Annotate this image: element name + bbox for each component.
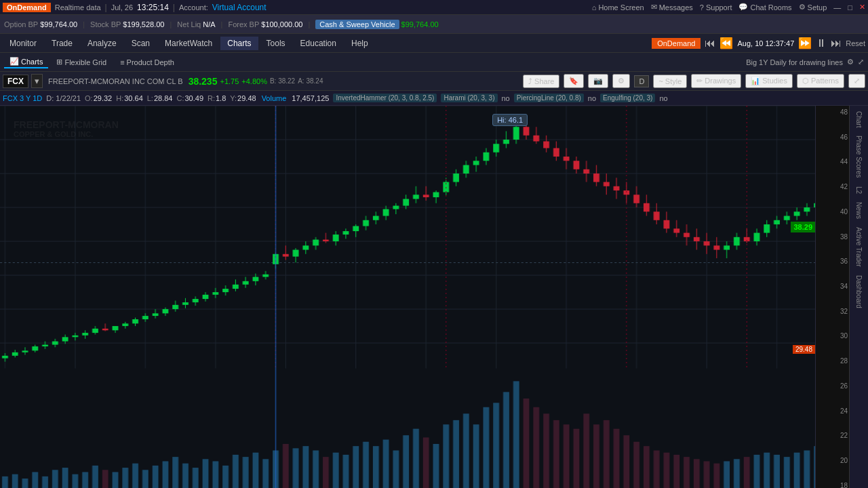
maximize-btn[interactable]: □ [848, 3, 852, 12]
realtime-label: Realtime data [55, 3, 101, 12]
pattern-7: no [659, 94, 667, 102]
account-label: Account: [179, 3, 208, 12]
ohlc-close: 30.49 [184, 94, 203, 102]
charts-tab[interactable]: 📈 Charts [4, 56, 48, 68]
net-liq-label: Net Liq [177, 20, 201, 28]
dashboard-btn[interactable]: Dashboard [854, 272, 864, 311]
drawing-lines-label: Big 1Y Daily for drawing lines [746, 58, 843, 66]
bookmark-btn[interactable]: 🔖 [564, 74, 584, 88]
brand-label: OnDemand [3, 3, 51, 12]
stock-bp-label: Stock BP [90, 20, 121, 28]
ohlc-date: D: 1/22/21 [46, 94, 81, 102]
ohlc-low: 28.84 [154, 94, 173, 102]
stock-bp-value: $199,528.00 [123, 20, 164, 28]
nav-help[interactable]: Help [344, 37, 375, 50]
phase-scores-btn[interactable]: Phase Scores [854, 133, 864, 180]
date-display: Jul, 26 [111, 3, 133, 12]
forex-bp-label: Forex BP [228, 20, 259, 28]
company-name: FREEPORT-MCMORAN INC COM CL B [45, 77, 186, 85]
toolbar-settings-icon[interactable]: ⚙ [847, 58, 854, 66]
product-depth-tab[interactable]: ≡ Product Depth [115, 57, 180, 68]
net-liq-value: N/A [203, 20, 215, 28]
main-chart[interactable]: FREEPORT-MCMORAN COPPER & GOLD INC. Hi: … [0, 106, 849, 488]
nav-scan[interactable]: Scan [125, 37, 157, 50]
volume-value: 17,457,125 [292, 94, 329, 102]
pattern-2: Harami (20, 3, 3) [441, 94, 497, 102]
ask-label: A: 38.24 [298, 77, 323, 85]
option-bp-value: $99,764.00 [40, 20, 77, 28]
nav-tools[interactable]: Tools [260, 37, 292, 50]
toolbar-expand-icon[interactable]: ⤢ [858, 58, 864, 66]
flexible-grid-tab[interactable]: ⊞ Flexible Grid [51, 56, 112, 68]
current-price: 38.235 [189, 76, 218, 87]
pattern-6: Engulfing (20, 3) [600, 94, 655, 102]
ohlc-bar: FCX 3 Y 1D D: 1/22/21 O:29.32 H:30.64 L:… [0, 91, 868, 106]
chart-settings-btn[interactable]: ⚙ [612, 74, 630, 88]
cash-sweep-value: $99,764.00 [401, 20, 439, 28]
nav-bar: Monitor Trade Analyze Scan MarketWatch C… [0, 34, 868, 53]
nav-trade[interactable]: Trade [45, 37, 79, 50]
ondemand-reset[interactable]: Reset [846, 39, 865, 47]
pattern-3: no [502, 94, 510, 102]
ticker-dropdown[interactable]: ▾ [31, 74, 43, 88]
chat-rooms-btn[interactable]: 💬 Chat Rooms [738, 3, 791, 12]
nav-education[interactable]: Education [294, 37, 343, 50]
style-btn[interactable]: ~ Style [653, 75, 687, 88]
price-change-amt: +1.75 [220, 77, 239, 85]
home-screen-btn[interactable]: ⌂ Home Screen [592, 3, 644, 12]
chart-canvas[interactable] [0, 106, 849, 488]
share-btn[interactable]: ⤴ Share [523, 75, 559, 88]
nav-analyze[interactable]: Analyze [81, 37, 123, 50]
chart-tab-btn[interactable]: Chart [854, 108, 864, 130]
chart-watermark: FREEPORT-MCMORAN COPPER & GOLD INC. [14, 119, 119, 138]
support-btn[interactable]: ? Support [700, 3, 732, 12]
ondemand-step-back[interactable]: ⏪ [719, 37, 733, 49]
patterns-btn[interactable]: ⬡ Patterns [797, 74, 844, 88]
pattern-4: PiercingLine (20, 0.8) [514, 94, 584, 102]
time-display: 13:25:14 [137, 3, 169, 12]
ondemand-fwd[interactable]: ⏭ [831, 37, 842, 49]
account-name: Virtual Account [212, 3, 267, 12]
close-btn[interactable]: ✕ [859, 3, 865, 12]
nav-marketwatch[interactable]: MarketWatch [158, 37, 219, 50]
ohlc-high: 30.64 [124, 94, 143, 102]
volume-label: Volume [262, 94, 287, 102]
active-trader-btn[interactable]: Active Trader [854, 224, 864, 270]
ondemand-pause[interactable]: ⏸ [816, 37, 827, 49]
pattern-5: no [588, 94, 596, 102]
minimize-btn[interactable]: — [833, 3, 841, 12]
ticker-input[interactable]: FCX [3, 75, 28, 88]
camera-btn[interactable]: 📷 [588, 74, 608, 88]
l2-btn[interactable]: L2 [854, 184, 864, 197]
account-bar: Option BP $99,764.00 | Stock BP $199,528… [0, 15, 868, 34]
hi-label: Hi: 46.1 [492, 114, 528, 126]
drawings-btn[interactable]: ✏ Drawings [691, 74, 741, 88]
expand-chart-btn[interactable]: ⤢ [848, 74, 865, 88]
price-scale: 48 46 44 42 40 38 36 34 32 30 28 26 24 2… [815, 106, 849, 488]
ondemand-time: Aug, 10 12:37:47 [737, 39, 794, 47]
studies-btn[interactable]: 📊 Studies [745, 74, 793, 88]
pattern-1: InvertedHammer (20, 3, 0.8, 2.5) [333, 94, 437, 102]
system-bar: OnDemand Realtime data | Jul, 26 13:25:1… [0, 0, 868, 15]
forex-bp-value: $100,000.00 [261, 20, 302, 28]
crosshair-price: 29.48 [793, 345, 815, 354]
cash-sweep-label: Cash & Sweep Vehicle [315, 20, 399, 29]
ohlc-y: 29.48 [237, 94, 256, 102]
ondemand-step-fwd[interactable]: ⏩ [798, 37, 812, 49]
ondemand-badge[interactable]: OnDemand [652, 38, 701, 49]
symbol-bar: FCX ▾ FREEPORT-MCMORAN INC COM CL B 38.2… [0, 72, 868, 91]
option-bp-label: Option BP [4, 20, 38, 28]
current-price-badge: 38.29 [791, 222, 815, 232]
nav-monitor[interactable]: Monitor [3, 37, 43, 50]
ohlc-open: 29.32 [94, 94, 113, 102]
day-btn[interactable]: D [634, 75, 649, 87]
ohlc-r: 1.8 [216, 94, 226, 102]
ondemand-prev[interactable]: ⏮ [705, 37, 715, 49]
nav-charts[interactable]: Charts [220, 37, 258, 50]
bid-label: B: 38.22 [270, 77, 295, 85]
chart-period: FCX 3 Y 1D [3, 94, 42, 102]
news-btn[interactable]: News [854, 199, 864, 222]
messages-btn[interactable]: ✉ Messages [651, 3, 693, 12]
setup-btn[interactable]: ⚙ Setup [799, 3, 827, 12]
chart-area: FREEPORT-MCMORAN COPPER & GOLD INC. Hi: … [0, 106, 868, 488]
